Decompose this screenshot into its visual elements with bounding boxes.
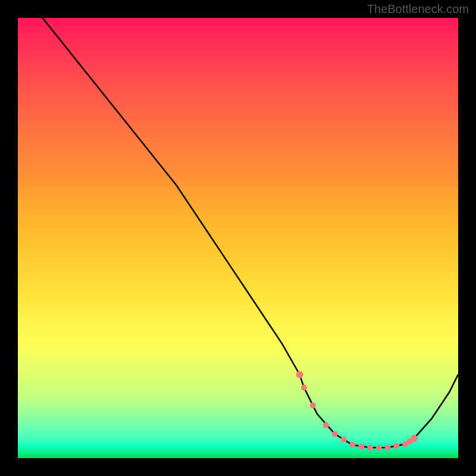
highlight-dot [376,445,382,451]
highlight-dot [393,443,399,449]
chart-container: TheBottleneck.com [0,0,476,476]
highlight-dot [332,431,338,437]
watermark-text: TheBottleneck.com [367,2,469,16]
highlight-dot [411,435,418,442]
curve-svg [18,18,458,458]
plot-area [18,18,458,458]
highlight-dot [349,442,355,448]
highlight-dot [385,444,391,450]
highlight-dot [367,444,373,450]
curve-line [18,18,458,447]
highlight-dot [358,444,364,450]
highlight-dot [310,402,316,408]
highlight-dot [301,385,307,391]
highlight-points [296,371,418,451]
highlight-dot [341,437,347,443]
highlight-dot [296,371,303,378]
highlight-dot [323,422,329,428]
